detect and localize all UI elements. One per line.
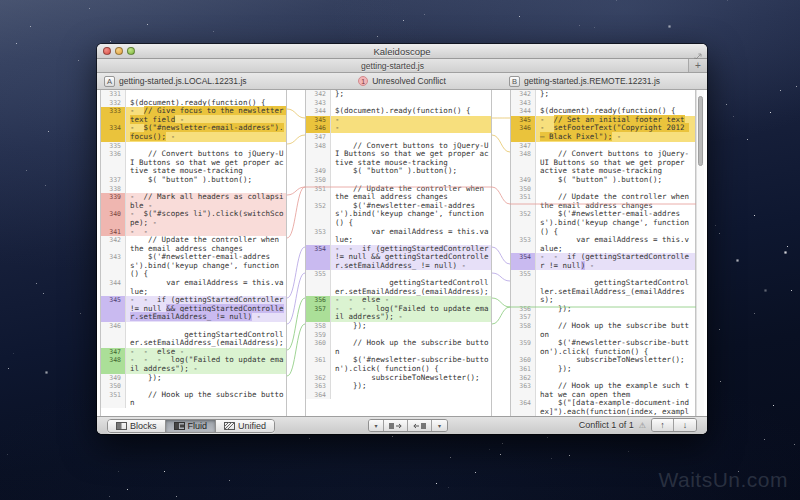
code-line: 358 // Hook up the subscribe button	[511, 322, 695, 339]
line-number: 351	[306, 185, 331, 202]
line-number: 344	[511, 107, 536, 116]
line-number: 349	[101, 374, 126, 383]
line-number: 360	[511, 356, 536, 365]
code-text: });	[331, 382, 491, 391]
code-line: 346 gettingStartedController.setEmailAdd…	[101, 322, 286, 348]
code-line: 344 var emailAddress = this.value;	[101, 279, 286, 296]
scrollbar-track[interactable]	[696, 90, 704, 416]
line-number: 353	[306, 228, 331, 245]
new-tab-button[interactable]: +	[689, 59, 707, 72]
code-text: var emailAddress = this.value;	[126, 279, 286, 296]
line-number: 363	[306, 382, 331, 391]
line-number: 350	[511, 185, 536, 194]
file-header-right[interactable]: B getting-started.js.REMOTE.12231.js	[502, 76, 707, 87]
line-number: 361	[511, 365, 536, 374]
pane-gap-right	[492, 90, 510, 416]
line-number: 349	[306, 167, 331, 176]
code-text: // Update the controller when the email …	[126, 236, 286, 253]
next-conflict-button[interactable]: ↓	[674, 419, 696, 431]
code-text: });	[126, 374, 286, 383]
line-number: 348	[306, 142, 331, 168]
line-number: 346	[101, 322, 126, 348]
code-text: });	[331, 322, 491, 331]
previous-conflict-button[interactable]: ↑	[652, 419, 674, 431]
code-line: 361 });	[511, 365, 695, 374]
pane-remote[interactable]: 342};343344$(document).ready(function() …	[510, 90, 696, 416]
code-line: 363 // Hook up the example such that we …	[511, 382, 695, 399]
code-line: 348 // Convert buttons to jQuery-UI Butt…	[511, 150, 695, 176]
line-number: 358	[511, 322, 536, 339]
code-text: - setFooterText("Copyright 2012 — Black …	[536, 124, 695, 141]
code-line: 353 var emailAddress = this.value;	[306, 228, 491, 245]
code-line: 337 $( "button" ).button();	[101, 176, 286, 185]
copy-right-to-output-button[interactable]	[408, 420, 432, 431]
code-line: 352 $('#newsletter-email-address').bind(…	[511, 210, 695, 236]
code-line: 353 var emailAddress = this.value;	[511, 236, 695, 253]
view-mode-unified[interactable]: Unified	[216, 420, 274, 432]
line-number: 342	[306, 90, 331, 99]
code-line: 360 subscribeToNewsletter();	[511, 356, 695, 365]
code-text: $('#newsletter-email-address').bind('key…	[126, 253, 286, 279]
code-text: // Hook up the subscribe button	[126, 391, 286, 408]
line-number: 345	[511, 116, 536, 125]
line-number: 361	[306, 356, 331, 373]
code-line: 342};	[511, 90, 695, 99]
code-text: gettingStartedController.setEmailAddress…	[331, 270, 491, 296]
line-number: 344	[306, 107, 331, 116]
scrollbar-thumb[interactable]	[698, 96, 703, 166]
blocks-icon	[116, 422, 127, 430]
code-text: // Convert buttons to jQuery-UI Buttons …	[536, 150, 695, 176]
code-text: // Convert buttons to jQuery-UI Buttons …	[126, 150, 286, 176]
line-number: 359	[306, 331, 331, 340]
line-number: 338	[101, 185, 126, 194]
line-number: 343	[511, 99, 536, 108]
code-text: var emailAddress = this.value;	[331, 228, 491, 245]
line-number: 343	[306, 99, 331, 108]
line-number: 351	[511, 193, 536, 210]
code-text: $("[data-example-document-index]").each(…	[536, 399, 695, 416]
merge-left-options-button[interactable]: ▾	[369, 420, 384, 431]
view-mode-segmented-control: Blocks Fluid Unified	[107, 419, 275, 433]
doc-arrow-right-icon	[388, 422, 403, 430]
line-number: 345	[101, 296, 126, 322]
file-b-badge: B	[509, 76, 520, 87]
line-number: 346	[306, 124, 331, 133]
line-number: 333	[101, 107, 126, 124]
code-line: 348- - - log("Failed to update email add…	[101, 356, 286, 373]
copy-left-to-output-button[interactable]	[384, 420, 408, 431]
code-line: 333- // Give focus to the newsletter tex…	[101, 107, 286, 124]
line-number: 350	[306, 176, 331, 185]
code-text: // Update the controller when the email …	[331, 185, 491, 202]
code-text: - - - log("Failed to update email addres…	[126, 356, 286, 373]
pane-merged[interactable]: 342};343344$(document).ready(function() …	[305, 90, 492, 416]
code-text: - - if (gettingStartedController != null…	[536, 253, 695, 270]
bottom-toolbar: Blocks Fluid Unified ▾ ▾ Conflict 1 of 1	[97, 416, 707, 434]
view-mode-fluid[interactable]: Fluid	[166, 420, 217, 432]
code-text: $( "button" ).button();	[331, 167, 491, 176]
code-text: $( "button" ).button();	[126, 176, 286, 185]
merge-right-options-button[interactable]: ▾	[432, 420, 447, 431]
line-number: 337	[101, 176, 126, 185]
pane-local[interactable]: 331332$(document).ready(function() {333-…	[100, 90, 287, 416]
code-line: 359 $('#newsletter-subscribe-button').cl…	[511, 339, 695, 356]
line-number: 353	[511, 236, 536, 253]
code-text: // Hook up the subscribe button	[536, 322, 695, 339]
line-number: 349	[511, 176, 536, 185]
line-number: 357	[306, 305, 331, 322]
code-line: 363 });	[306, 382, 491, 391]
merge-button-group: ▾ ▾	[368, 419, 448, 432]
file-a-badge: A	[104, 76, 115, 87]
file-header-left[interactable]: A getting-started.js.LOCAL.12231.js	[97, 76, 302, 87]
title-bar[interactable]: Kaleidoscope	[97, 44, 707, 59]
code-text: $(document).ready(function() {	[331, 107, 491, 116]
tab-getting-started[interactable]: getting-started.js	[97, 59, 689, 72]
code-line: 354- - if (gettingStartedController != n…	[511, 253, 695, 270]
line-number: 332	[101, 99, 126, 108]
line-number: 355	[511, 270, 536, 304]
code-text: gettingStartedController.setEmailAddress…	[536, 270, 695, 304]
line-number: 340	[101, 210, 126, 227]
watermark: WaitsUn.com	[658, 468, 788, 492]
conflict-navigation: Conflict 1 of 1 ⚠ ↑ ↓	[579, 418, 697, 432]
view-mode-blocks[interactable]: Blocks	[108, 420, 166, 432]
code-line: 336 // Convert buttons to jQuery-UI Butt…	[101, 150, 286, 176]
